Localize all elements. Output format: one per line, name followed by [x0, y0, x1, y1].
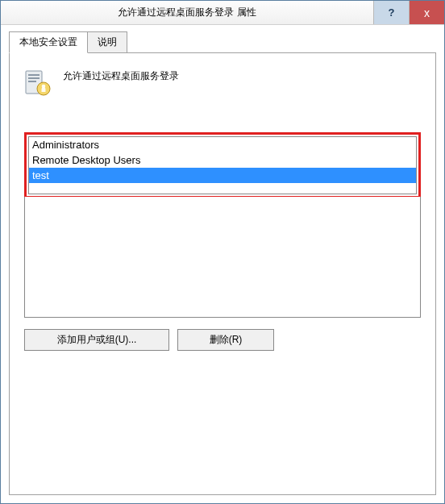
close-icon: x	[424, 6, 430, 19]
list-item[interactable]: Remote Desktop Users	[29, 152, 416, 168]
users-listbox[interactable]: Administrators Remote Desktop Users test	[28, 136, 417, 194]
svg-rect-2	[28, 77, 40, 79]
list-item-label: Remote Desktop Users	[32, 154, 140, 166]
client-area: 本地安全设置 说明 允许通过远程桌面服务登录	[1, 25, 444, 503]
tab-label: 说明	[98, 36, 117, 48]
remove-button[interactable]: 删除(R)	[177, 329, 274, 351]
close-button[interactable]: x	[409, 1, 444, 24]
help-icon: ?	[389, 6, 395, 19]
list-item-label: Administrators	[32, 139, 99, 151]
list-item-label: test	[32, 169, 49, 181]
properties-dialog: 允许通过远程桌面服务登录 属性 ? x 本地安全设置 说明	[0, 0, 445, 504]
titlebar: 允许通过远程桌面服务登录 属性 ? x	[1, 1, 444, 25]
button-label: 添加用户或组(U)...	[57, 334, 137, 345]
window-title: 允许通过远程桌面服务登录 属性	[1, 6, 373, 19]
list-item[interactable]: Administrators	[29, 137, 416, 152]
tab-label: 本地安全设置	[19, 36, 77, 48]
add-user-or-group-button[interactable]: 添加用户或组(U)...	[24, 329, 169, 351]
svg-rect-3	[28, 81, 36, 82]
list-item[interactable]: test	[29, 168, 416, 183]
policy-icon	[24, 68, 52, 100]
highlight-annotation: Administrators Remote Desktop Users test	[24, 132, 421, 198]
users-listbox-extension[interactable]	[24, 197, 421, 318]
button-row: 添加用户或组(U)... 删除(R)	[24, 329, 421, 351]
titlebar-buttons: ? x	[373, 1, 444, 24]
tabs-header: 本地安全设置 说明	[9, 31, 436, 53]
tab-panel: 允许通过远程桌面服务登录 Administrators Remote Deskt…	[9, 52, 436, 495]
help-button[interactable]: ?	[373, 1, 409, 24]
policy-header: 允许通过远程桌面服务登录	[24, 68, 421, 100]
svg-rect-1	[28, 74, 40, 76]
button-label: 删除(R)	[210, 334, 243, 345]
tab-local-security-settings[interactable]: 本地安全设置	[9, 31, 88, 53]
policy-title: 允许通过远程桌面服务登录	[63, 68, 179, 83]
tab-description[interactable]: 说明	[87, 31, 127, 53]
